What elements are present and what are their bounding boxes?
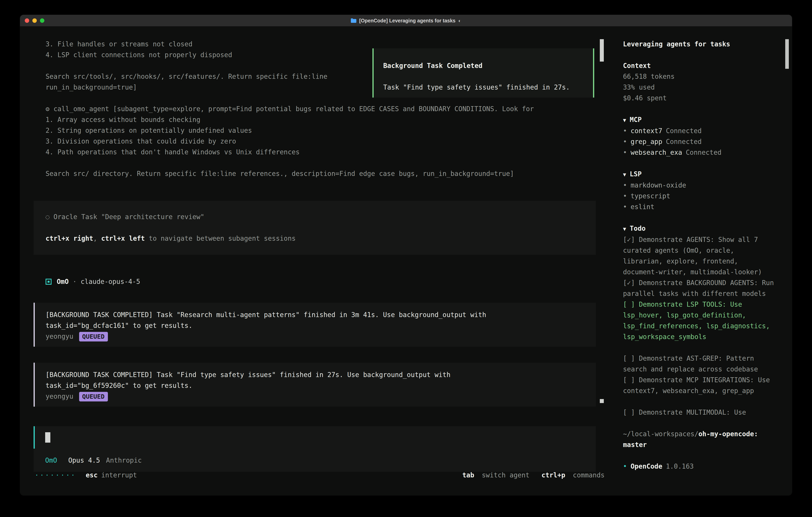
main-scrollbar-thumb[interactable] xyxy=(600,39,604,61)
todo-text: Demonstrate BACKGROUND AGENTS: Run paral… xyxy=(623,279,774,298)
context-used: 33% used xyxy=(623,82,776,93)
queued-badge: QUEUED xyxy=(79,392,108,401)
workspace-repo: oh-my-opencode: xyxy=(698,430,758,438)
mcp-item: •websearch_exaConnected xyxy=(623,147,776,158)
opencode-version-line: •OpenCode1.0.163 xyxy=(623,461,776,472)
todo-item: [ ] Demonstrate LSP TOOLS: Use lsp_hover… xyxy=(623,299,776,342)
terminal-line: 4. Path operations that don't handle Win… xyxy=(20,147,615,158)
window-title-text: [OpenCode] Leveraging agents for tasks xyxy=(359,18,456,23)
terminal-main: 3. File handles or streams not closed4. … xyxy=(20,27,615,495)
todo-item: [ ] Demonstrate AST-GREP: Pattern search… xyxy=(623,353,776,375)
terminal-line: ctrl+x right, ctrl+x left to navigate be… xyxy=(34,233,596,244)
session-sidebar: Leveraging agents for tasks Context 66,5… xyxy=(615,27,792,495)
todo-text: Demonstrate AGENTS: Show all 7 curated a… xyxy=(623,236,762,276)
terminal-line: 1. Array access without bounds checking xyxy=(20,114,615,125)
mcp-heading-label: MCP xyxy=(630,116,642,124)
bullet-icon: • xyxy=(623,463,627,470)
text-cursor xyxy=(45,432,50,443)
mcp-item: •context7Connected xyxy=(623,126,776,136)
message-text-line: [BACKGROUND TASK COMPLETED] Task "Resear… xyxy=(46,309,586,320)
mcp-item: •grep_appConnected xyxy=(623,136,776,147)
lsp-heading-label: LSP xyxy=(630,170,642,178)
window-title: [OpenCode] Leveraging agents for tasks ◐ xyxy=(351,18,461,23)
prompt-input-panel: OmO Opus 4.5 Anthropic xyxy=(34,426,596,472)
lsp-item: •typescript xyxy=(623,191,776,201)
active-model-label: Opus 4.5 xyxy=(68,455,100,466)
close-button[interactable] xyxy=(25,19,29,23)
desktop: [OpenCode] Leveraging agents for tasks ◐… xyxy=(0,0,812,517)
bullet-icon: • xyxy=(623,127,627,135)
terminal-window: [OpenCode] Leveraging agents for tasks ◐… xyxy=(20,15,792,496)
todo-text: Demonstrate AST-GREP: Pattern search and… xyxy=(623,355,758,373)
mcp-name: context7 xyxy=(631,127,662,135)
bullet-icon: • xyxy=(623,203,627,211)
folder-icon xyxy=(351,19,356,23)
collapse-icon: ▼ xyxy=(623,226,626,232)
todo-checkbox: [✓] xyxy=(623,236,635,244)
opencode-label: OpenCode xyxy=(631,463,662,470)
terminal-line: Search src/ directory. Return specific f… xyxy=(20,168,615,179)
bullet-icon: • xyxy=(623,182,627,189)
minimize-button[interactable] xyxy=(32,19,37,23)
mcp-status: Connected xyxy=(686,149,722,156)
bullet-icon: • xyxy=(623,138,627,145)
workspace-branch: master xyxy=(623,441,647,448)
mcp-section-heading: ▼MCP xyxy=(623,114,776,126)
session-title: Leveraging agents for tasks xyxy=(623,39,776,50)
terminal-line xyxy=(34,222,596,233)
main-scrollbar-mark[interactable] xyxy=(600,399,604,403)
todo-checkbox: [ ] xyxy=(623,409,635,416)
lsp-item: •eslint xyxy=(623,201,776,212)
todo-section-heading: ▼Todo xyxy=(623,223,776,234)
todo-item: [✓] Demonstrate AGENTS: Show all 7 curat… xyxy=(623,234,776,277)
message-text-line: task_id="bg_6f59260c" to get results. xyxy=(46,380,586,391)
oracle-subagent-panel: ◌ Oracle Task "Deep architecture review"… xyxy=(34,201,596,255)
todo-text: Demonstrate MULTIMODAL: Use xyxy=(639,409,746,416)
toast-background-task-completed[interactable]: Background Task Completed Task "Find typ… xyxy=(372,48,594,98)
todo-checkbox: [✓] xyxy=(623,279,635,287)
message-author: yeongyu xyxy=(46,391,73,402)
provider-label: Anthropic xyxy=(106,455,142,466)
prompt-input[interactable] xyxy=(34,426,596,448)
todo-item: [ ] Demonstrate MULTIMODAL: Use xyxy=(623,407,776,418)
workspace-path-prefix: ~/local-workspaces/ xyxy=(623,430,698,438)
lsp-name: eslint xyxy=(631,203,655,211)
message-text-line: task_id="bg_dcfac161" to get results. xyxy=(46,320,586,331)
context-tokens: 66,518 tokens xyxy=(623,71,776,82)
todo-checkbox: [ ] xyxy=(623,355,635,362)
mcp-name: grep_app xyxy=(631,138,662,145)
ctrlp-key-hint: ctrl+p xyxy=(542,471,565,479)
lsp-item: •markdown-oxide xyxy=(623,180,776,191)
agent-name: OmO xyxy=(57,276,69,287)
bullet-icon: • xyxy=(623,149,627,156)
message-text-line: [BACKGROUND TASK COMPLETED] Task "Find t… xyxy=(46,370,586,380)
zoom-button[interactable] xyxy=(40,19,45,23)
statusbar: ········ esc interrupt tab switch agent … xyxy=(35,470,605,481)
opencode-version: 1.0.163 xyxy=(666,463,694,470)
todo-checkbox: [ ] xyxy=(623,376,635,384)
todo-text: Demonstrate MCP INTEGRATIONS: Use contex… xyxy=(623,376,770,394)
tab-key-hint: tab xyxy=(462,471,474,479)
todo-item: [✓] Demonstrate BACKGROUND AGENTS: Run p… xyxy=(623,277,776,299)
terminal-line: ⚙ call_omo_agent [subagent_type=explore,… xyxy=(20,104,615,114)
todo-text: Demonstrate LSP TOOLS: Use lsp_hover, ls… xyxy=(623,301,770,341)
message-background-task-1: [BACKGROUND TASK COMPLETED] Task "Resear… xyxy=(34,303,596,347)
terminal-line xyxy=(20,158,615,168)
terminal-line: 3. File handles or streams not closed xyxy=(20,39,615,50)
collapse-icon: ▼ xyxy=(623,171,626,178)
message-background-task-2: [BACKGROUND TASK COMPLETED] Task "Find t… xyxy=(34,363,596,407)
ctrlp-key-label: commands xyxy=(573,471,605,479)
bullet-icon: • xyxy=(623,192,627,200)
model-statusline: OmO Opus 4.5 Anthropic xyxy=(34,448,596,472)
agent-model: claude-opus-4-5 xyxy=(81,276,140,287)
sidebar-scrollbar-thumb[interactable] xyxy=(785,39,789,69)
tab-key-label: switch agent xyxy=(482,471,529,479)
lsp-section-heading: ▼LSP xyxy=(623,169,776,180)
todo-list: [✓] Demonstrate AGENTS: Show all 7 curat… xyxy=(623,234,776,418)
omo-agent-icon xyxy=(46,279,52,285)
titlebar[interactable]: [OpenCode] Leveraging agents for tasks ◐ xyxy=(20,15,792,27)
context-heading: Context xyxy=(623,60,776,71)
tab-hint: tab switch agent xyxy=(462,470,529,481)
esc-key-hint: esc xyxy=(86,470,98,481)
terminal-line: 3. Division operations that could divide… xyxy=(20,136,615,147)
